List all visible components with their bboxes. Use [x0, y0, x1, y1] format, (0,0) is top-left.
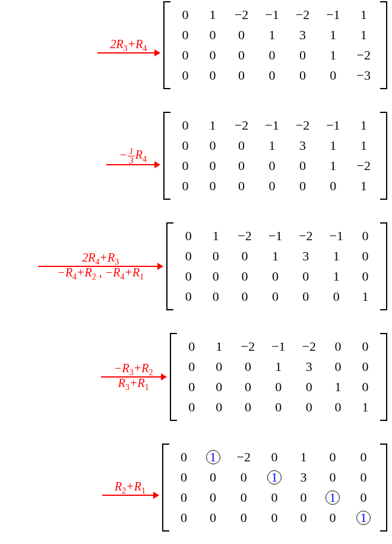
matrix-cell: 1 — [260, 246, 290, 266]
matrix-cell: 0 — [172, 136, 199, 156]
matrix-cell: 0 — [233, 357, 263, 377]
matrix-cell: −2 — [294, 337, 324, 357]
table-row: 0000010 — [170, 488, 379, 508]
matrix-table: 01−2−1−200000130000000100000001 — [178, 337, 379, 417]
matrix-cell: 0 — [287, 45, 318, 65]
matrix-cell: 0 — [226, 25, 257, 45]
step-row: −R3+R2R3+R101−2−1−2000001300000001000000… — [0, 333, 392, 421]
matrix-cell: 0 — [294, 397, 324, 417]
bracket-left-icon — [163, 1, 170, 89]
matrix-cell: 0 — [206, 397, 233, 417]
matrix-cell: 0 — [260, 266, 290, 287]
matrix-cell: −2 — [349, 45, 379, 65]
matrix-cell: 0 — [348, 467, 379, 488]
matrix-cell: −2 — [233, 337, 263, 357]
matrix-cell: 0 — [175, 287, 202, 307]
row-operation-arrow: −R3+R2R3+R1 — [101, 361, 166, 392]
matrix-cell: 1 — [290, 447, 317, 467]
arrow-label: −R3+R2 — [114, 361, 153, 378]
arrow-label: R2+R1 — [115, 480, 146, 496]
matrix-cell: −2 — [229, 447, 259, 467]
matrix-cell: −1 — [318, 5, 348, 25]
matrix: 01−2−1−200000130000000100000001 — [170, 333, 387, 421]
matrix-cell: 0 — [290, 287, 321, 307]
matrix-cell: 0 — [263, 397, 293, 417]
matrix-cell: 1 — [317, 488, 348, 508]
matrix-cell: −1 — [257, 5, 287, 25]
matrix-cell: 0 — [170, 467, 198, 488]
step-row: R2+R101−20100000130000000100000001 — [0, 444, 392, 532]
matrix-cell: 0 — [178, 397, 206, 417]
matrix-cell: 0 — [321, 287, 352, 307]
table-row: 01−2−1−200 — [178, 337, 379, 357]
bracket-right-icon — [380, 444, 387, 532]
matrix-cell: 0 — [172, 115, 199, 136]
matrix-cell: 0 — [202, 246, 229, 266]
matrix-cell: 0 — [352, 226, 379, 246]
matrix-table: 01−2−1−2−110001311000001−20000001 — [172, 115, 379, 196]
matrix-cell: 0 — [257, 65, 287, 86]
matrix-cell: 0 — [257, 176, 287, 196]
matrix-cell: 1 — [198, 447, 229, 467]
table-row: 0000001 — [175, 287, 379, 307]
pivot-circle-icon: 1 — [206, 450, 220, 464]
matrix-cell: 0 — [352, 246, 379, 266]
matrix-cell: 0 — [226, 45, 257, 65]
matrix-cell: 0 — [229, 266, 260, 287]
arrow-sublabel: R3+R1 — [118, 376, 149, 392]
matrix-cell: 0 — [172, 65, 199, 86]
matrix-cell: 0 — [178, 377, 206, 397]
matrix-cell: 0 — [206, 357, 233, 377]
matrix-cell: 0 — [199, 136, 226, 156]
matrix-cell: 0 — [233, 397, 263, 417]
matrix-cell: 0 — [229, 467, 259, 488]
matrix-cell: 0 — [172, 156, 199, 176]
matrix-cell: 1 — [199, 115, 226, 136]
step-row: −13R401−2−1−2−110001311000001−20000001 — [0, 112, 392, 200]
matrix-cell: 0 — [290, 508, 317, 528]
arrow-icon — [38, 266, 163, 267]
bracket-right-icon — [380, 333, 387, 421]
matrix-cell: 0 — [352, 357, 379, 377]
matrix-cell: 3 — [294, 357, 324, 377]
table-row: 0000001 — [170, 508, 379, 528]
matrix-cell: 0 — [175, 226, 202, 246]
row-operation-arrow: −13R4 — [106, 147, 160, 165]
bracket-left-icon — [162, 444, 169, 532]
matrix-cell: 0 — [352, 337, 379, 357]
table-row: 0000001 — [172, 176, 379, 196]
matrix: 01−20100000130000000100000001 — [162, 444, 387, 532]
matrix-cell: 0 — [294, 377, 324, 397]
matrix-cell: 0 — [206, 377, 233, 397]
matrix-cell: −1 — [257, 115, 287, 136]
matrix-cell: 1 — [318, 45, 348, 65]
matrix-cell: 0 — [229, 246, 260, 266]
table-row: 01−2−1−2−10 — [175, 226, 379, 246]
table-row: 0000010 — [178, 377, 379, 397]
matrix-cell: 1 — [199, 5, 226, 25]
matrix-cell: 3 — [290, 246, 321, 266]
matrix-cell: 1 — [349, 115, 379, 136]
bracket-right-icon — [380, 222, 387, 310]
matrix-cell: 3 — [287, 136, 318, 156]
matrix-cell: 0 — [229, 488, 259, 508]
matrix-cell: 0 — [199, 65, 226, 86]
matrix-cell: 0 — [348, 488, 379, 508]
bracket-left-icon — [166, 222, 173, 310]
matrix-cell: 1 — [257, 25, 287, 45]
matrix-cell: −1 — [260, 226, 290, 246]
matrix-cell: 0 — [287, 176, 318, 196]
bracket-left-icon — [163, 112, 170, 200]
matrix-cell: 0 — [172, 5, 199, 25]
row-operation-arrow: 2R3+R4 — [97, 37, 160, 54]
matrix-cell: 0 — [199, 25, 226, 45]
matrix-cell: 0 — [198, 488, 229, 508]
matrix-cell: 0 — [352, 266, 379, 287]
pivot-circle-icon: 1 — [267, 470, 282, 485]
table-row: 01−2−1−2−11 — [172, 5, 379, 25]
matrix-cell: 1 — [352, 287, 379, 307]
matrix-cell: 1 — [318, 156, 348, 176]
matrix-cell: 0 — [199, 176, 226, 196]
matrix-cell: 0 — [175, 266, 202, 287]
matrix-cell: 0 — [290, 488, 317, 508]
